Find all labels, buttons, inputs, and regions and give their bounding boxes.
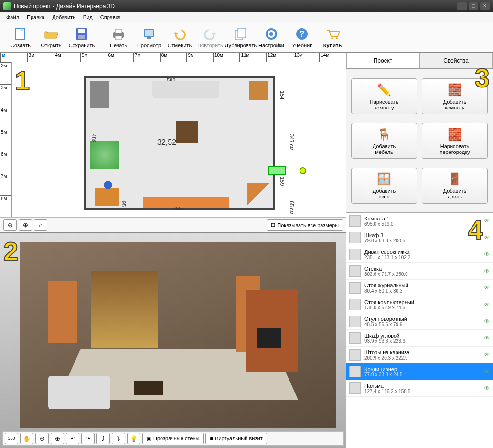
- minimize-button[interactable]: _: [457, 2, 467, 10]
- menubar: Файл Правка Добавить Вид Справка: [0, 12, 493, 22]
- add-door-button[interactable]: 🚪Добавитьдверь: [422, 168, 488, 204]
- furniture-wall-unit[interactable]: [143, 197, 229, 208]
- svg-rect-6: [115, 36, 122, 40]
- menu-help[interactable]: Справка: [96, 13, 125, 22]
- object-size: 77.0 x 33.0 x 24.5: [364, 372, 480, 377]
- zoom-out-3d[interactable]: ⊖: [35, 433, 49, 444]
- list-item[interactable]: Диван еврокнижка 235.1 x 113.1 x 102.2 👁: [346, 246, 493, 263]
- draw-wall-button[interactable]: 🧱Нарисоватьперегородку: [422, 123, 488, 159]
- tool-duplicate[interactable]: Дублировать: [225, 24, 256, 51]
- show-sizes-button[interactable]: ⊞Показывать все размеры: [267, 219, 343, 231]
- rotate-360-button[interactable]: 360: [5, 433, 18, 444]
- object-size: 93.9 x 93.8 x 223.6: [364, 339, 480, 344]
- visibility-icon[interactable]: 👁: [484, 368, 490, 375]
- visibility-icon[interactable]: 👁: [484, 385, 490, 392]
- thumbnail-icon: [349, 332, 361, 344]
- object-list[interactable]: Комната 1 695.0 x 519.0 👁 Шкаф 3 79.0 x …: [346, 212, 493, 448]
- draw-room-button[interactable]: ✏️Нарисоватькомнату: [351, 78, 417, 114]
- transparent-walls-button[interactable]: ▣Прозрачные стены: [142, 433, 204, 444]
- add-furniture-button[interactable]: 🪑Добавитьмебель: [351, 123, 417, 159]
- selected-ac[interactable]: [268, 166, 286, 175]
- tool-save[interactable]: Сохранить: [66, 24, 97, 51]
- list-item[interactable]: Стол компьютерный 138.0 x 62.9 x 74.6 👁: [346, 296, 493, 313]
- zoom-in-3d[interactable]: ⊕: [51, 433, 64, 444]
- tilt-up[interactable]: ⤴: [96, 433, 110, 444]
- list-item[interactable]: Шкаф угловой 93.9 x 93.8 x 223.6 👁: [346, 330, 493, 347]
- home-button[interactable]: ⌂: [34, 219, 47, 231]
- visibility-icon[interactable]: 👁: [484, 234, 490, 241]
- visibility-icon[interactable]: 👁: [484, 218, 490, 224]
- visibility-icon[interactable]: 👁: [484, 268, 490, 274]
- list-item[interactable]: Стул поворотный 48.5 x 56.6 x 79.9 👁: [346, 313, 493, 330]
- svg-rect-2: [78, 29, 85, 33]
- virtual-visit-button[interactable]: ■Виртуальный визит: [205, 433, 267, 444]
- list-item[interactable]: Шкаф 3 79.0 x 63.6 x 200.5 👁: [346, 229, 493, 246]
- room-3d: [20, 242, 336, 428]
- maximize-button[interactable]: □: [469, 2, 478, 10]
- menu-edit[interactable]: Правка: [23, 13, 48, 22]
- visibility-icon[interactable]: 👁: [484, 284, 490, 291]
- visibility-icon[interactable]: 👁: [484, 251, 490, 258]
- tab-properties[interactable]: Свойства: [419, 53, 493, 68]
- rotate-left[interactable]: ↶: [66, 433, 79, 444]
- light-button[interactable]: 💡: [127, 433, 140, 444]
- visibility-icon[interactable]: 👁: [484, 318, 490, 325]
- list-item[interactable]: Пальма 127.4 x 116.2 x 158.5 👁: [346, 380, 493, 397]
- handle-icon[interactable]: [300, 167, 306, 174]
- tool-buy[interactable]: Купить: [317, 24, 348, 51]
- tool-print[interactable]: Печать: [103, 24, 134, 51]
- furniture-corner[interactable]: [247, 183, 270, 206]
- tool-settings[interactable]: Настройки: [256, 24, 287, 51]
- furniture-desk[interactable]: [95, 188, 119, 206]
- tool-redo[interactable]: Повторить: [195, 24, 225, 51]
- visibility-icon[interactable]: 👁: [484, 335, 490, 341]
- right-tabs: Проект Свойства: [346, 53, 493, 69]
- view3d-toolbar: 360 ✋ ⊖ ⊕ ↶ ↷ ⤴ ⤵ 💡 ▣Прозрачные стены ■В…: [2, 431, 344, 446]
- tool-tutorial[interactable]: ?Учебник: [287, 24, 317, 51]
- object-size: 80.4 x 80.1 x 30.3: [364, 288, 480, 294]
- list-item[interactable]: Комната 1 695.0 x 519.0 👁: [346, 213, 493, 229]
- thumbnail-icon: [349, 265, 361, 277]
- list-item[interactable]: Кондиционер 77.0 x 33.0 x 24.5 👁: [346, 363, 493, 380]
- furniture-table[interactable]: [176, 121, 198, 143]
- plan-toolbar: ⊖ ⊕ ⌂ ⊞Показывать все размеры: [0, 217, 346, 232]
- object-size: 48.5 x 56.6 x 79.9: [364, 322, 480, 327]
- pan-button[interactable]: ✋: [20, 433, 33, 444]
- tool-open[interactable]: Открыть: [36, 24, 66, 51]
- zoom-out-button[interactable]: ⊖: [3, 219, 17, 231]
- add-room-button[interactable]: 🧱Добавитькомнату: [422, 78, 488, 114]
- tool-preview[interactable]: Просмотр: [134, 24, 164, 51]
- furniture-sofa[interactable]: [152, 81, 219, 98]
- object-name: Стол журнальный: [364, 283, 480, 288]
- menu-view[interactable]: Вид: [79, 13, 96, 22]
- menu-file[interactable]: Файл: [2, 13, 23, 22]
- titlebar: Новый проект - Дизайн Интерьера 3D _ □ ×: [0, 0, 493, 12]
- visibility-icon[interactable]: 👁: [484, 301, 490, 308]
- rotate-right[interactable]: ↷: [81, 433, 95, 444]
- close-button[interactable]: ×: [480, 2, 490, 10]
- visibility-icon[interactable]: 👁: [484, 351, 490, 358]
- tool-undo[interactable]: Отменить: [164, 24, 195, 51]
- svg-rect-8: [145, 30, 153, 36]
- tilt-down[interactable]: ⤵: [112, 433, 125, 444]
- menu-add[interactable]: Добавить: [48, 13, 79, 22]
- furniture-wardrobe-corner[interactable]: [249, 81, 268, 100]
- furniture-wardrobe[interactable]: [90, 81, 109, 108]
- view-3d[interactable]: 2 360 ✋ ⊖ ⊕ ↶ ↷: [0, 232, 346, 448]
- list-item[interactable]: Шторы на карнизе 200.9 x 20.3 x 222.9 👁: [346, 347, 493, 363]
- thumbnail-icon: [349, 316, 361, 327]
- room-outline[interactable]: 582 32,52: [84, 76, 275, 210]
- tool-new[interactable]: Создать: [5, 24, 36, 51]
- list-item[interactable]: Стол журнальный 80.4 x 80.1 x 30.3 👁: [346, 280, 493, 296]
- zoom-in-button[interactable]: ⊕: [19, 219, 32, 231]
- tab-project[interactable]: Проект: [346, 53, 419, 68]
- list-item[interactable]: Стенка 302.6 x 71.7 x 250.0 👁: [346, 263, 493, 280]
- object-name: Стол компьютерный: [364, 299, 480, 305]
- thumbnail-icon: [349, 249, 361, 260]
- svg-rect-5: [115, 29, 122, 33]
- object-size: 235.1 x 113.1 x 102.2: [364, 255, 480, 260]
- furniture-chair[interactable]: [104, 181, 112, 189]
- floor-plan[interactable]: 1 582 32,52: [12, 62, 346, 217]
- furniture-plant[interactable]: [90, 141, 119, 169]
- add-window-button[interactable]: 🪟Добавитьокно: [351, 168, 417, 204]
